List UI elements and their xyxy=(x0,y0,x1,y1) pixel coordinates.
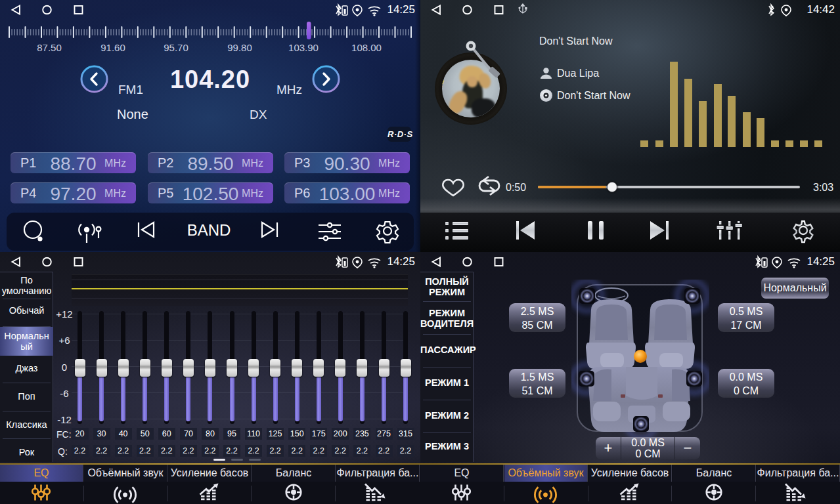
svg-text:BAND: BAND xyxy=(187,221,231,239)
